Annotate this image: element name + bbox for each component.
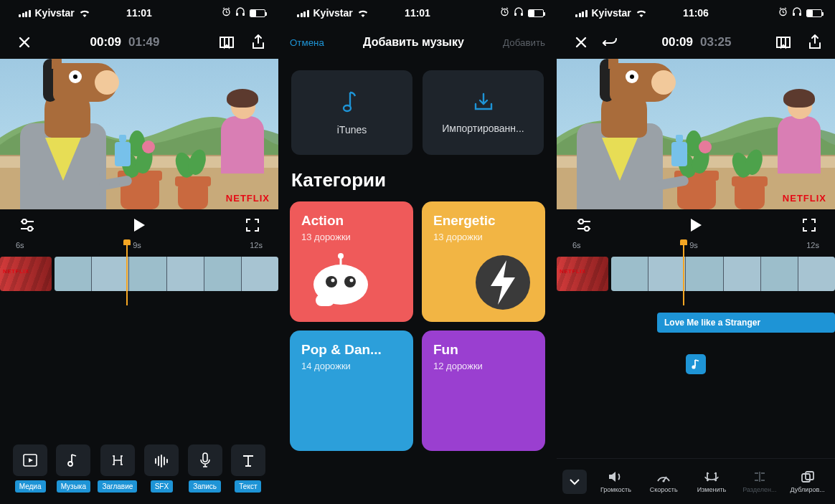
svg-point-26 <box>663 480 665 482</box>
play-controls <box>557 209 835 241</box>
playhead[interactable] <box>683 244 684 305</box>
export-button[interactable] <box>251 34 265 50</box>
cancel-button[interactable]: Отмена <box>290 37 324 48</box>
category-fun[interactable]: Fun 12 дорожки <box>422 331 545 451</box>
svg-rect-21 <box>793 13 795 16</box>
status-time: 11:01 <box>405 7 430 19</box>
bolt-icon <box>471 250 535 315</box>
export-button[interactable] <box>808 34 822 50</box>
ruler-tick: 9s <box>133 241 141 254</box>
current-time: 00:09 <box>90 35 121 49</box>
category-pop[interactable]: Pop & Dan... 14 дорожки <box>290 331 413 451</box>
editor-topbar: 00:09 01:49 <box>0 26 278 59</box>
status-bar: Kyivstar 11:01 <box>0 0 278 26</box>
signal-icon <box>297 9 309 17</box>
ruler-tick: 6s <box>572 241 581 254</box>
add-music-marker[interactable] <box>686 354 706 374</box>
undo-button[interactable] <box>603 36 618 49</box>
bookmark-button[interactable] <box>775 35 792 49</box>
current-time: 00:09 <box>662 35 693 49</box>
signal-icon <box>19 9 31 17</box>
timeline[interactable]: NETFLIX <box>0 257 278 298</box>
alarm-icon <box>500 7 509 19</box>
status-time: 11:01 <box>126 7 152 19</box>
svg-rect-7 <box>203 453 207 462</box>
play-button[interactable] <box>689 218 702 232</box>
modal-title: Добавить музыку <box>363 36 464 49</box>
tool-text[interactable]: Текст <box>230 444 267 493</box>
source-itunes[interactable]: iTunes <box>291 70 412 155</box>
status-bar: Kyivstar 11:06 <box>557 0 835 26</box>
clip-intro[interactable]: NETFLIX <box>557 257 608 291</box>
signal-icon <box>575 9 588 17</box>
fullscreen-icon[interactable] <box>802 218 816 232</box>
tool-sfx[interactable]: SFX <box>143 444 180 493</box>
clip-main[interactable] <box>55 257 278 291</box>
carrier-label: Kyivstar <box>313 7 353 19</box>
svg-point-16 <box>350 279 354 282</box>
category-action[interactable]: Action 13 дорожки <box>290 201 413 322</box>
carrier-label: Kyivstar <box>35 7 75 19</box>
clip-intro[interactable]: NETFLIX <box>0 257 52 291</box>
settings-icon[interactable] <box>575 218 593 232</box>
tool-media[interactable]: Медиа <box>11 444 49 493</box>
playhead[interactable] <box>126 244 128 305</box>
wifi-icon <box>357 9 369 17</box>
settings-icon[interactable] <box>19 218 36 232</box>
status-bar: Kyivstar 11:01 <box>278 0 557 26</box>
netflix-watermark: NETFLIX <box>226 193 270 204</box>
svg-point-23 <box>579 219 583 224</box>
battery-icon <box>806 9 822 17</box>
svg-point-24 <box>585 227 589 231</box>
video-preview[interactable]: NETFLIX <box>0 59 278 209</box>
close-button[interactable] <box>17 35 32 49</box>
audio-clip[interactable]: Love Me like a Stranger <box>657 313 835 333</box>
action-split[interactable]: Разделен... <box>737 470 781 493</box>
headphones-icon <box>514 7 524 19</box>
action-edit[interactable]: Изменить <box>690 470 734 493</box>
timeline[interactable]: NETFLIX <box>557 257 835 298</box>
action-duplicate[interactable]: Дублиров... <box>786 470 829 493</box>
clip-main[interactable] <box>611 257 835 291</box>
svg-point-18 <box>338 253 344 259</box>
clip-action-bar: Громкость Скорость Изменить Разделен... … <box>557 458 835 504</box>
headphones-icon <box>235 7 245 19</box>
modal-nav: Отмена Добавить музыку Добавить <box>278 26 557 59</box>
action-speed[interactable]: Скорость <box>642 470 686 493</box>
battery-icon <box>250 9 265 17</box>
wifi-icon <box>636 9 647 17</box>
categories-header: Категории <box>278 161 557 201</box>
music-note-icon <box>341 90 363 114</box>
tool-title[interactable]: Заглавие <box>98 444 137 493</box>
tool-record[interactable]: Запись <box>187 444 224 493</box>
close-button[interactable] <box>574 35 588 49</box>
ruler-tick: 6s <box>16 241 24 254</box>
music-note-icon <box>691 358 701 370</box>
netflix-watermark: NETFLIX <box>783 193 826 204</box>
category-energetic[interactable]: Energetic 13 дорожки <box>422 201 545 322</box>
tool-music[interactable]: Музыка <box>55 444 92 493</box>
svg-point-13 <box>326 276 337 287</box>
svg-point-14 <box>344 276 356 287</box>
ruler-tick: 12s <box>806 241 819 254</box>
svg-rect-9 <box>514 13 516 16</box>
collapse-button[interactable] <box>562 470 587 494</box>
fullscreen-icon[interactable] <box>245 218 260 232</box>
headphones-icon <box>792 7 802 19</box>
status-time: 11:06 <box>683 7 709 19</box>
carrier-label: Kyivstar <box>592 7 631 19</box>
alarm-icon <box>222 7 231 19</box>
source-row: iTunes Импортированн... <box>278 59 557 161</box>
add-button[interactable]: Добавить <box>503 37 545 48</box>
ruler-tick: 9s <box>689 241 698 254</box>
play-button[interactable] <box>133 218 146 232</box>
svg-rect-1 <box>236 13 238 16</box>
editor-screen-audio: Kyivstar 11:06 00:09 03:25 <box>557 0 835 504</box>
svg-rect-22 <box>799 13 801 16</box>
wifi-icon <box>79 9 90 17</box>
action-volume[interactable]: Громкость <box>594 470 638 493</box>
time-ruler: 6s 9s 12s <box>0 241 278 254</box>
bookmark-button[interactable] <box>218 35 235 49</box>
source-imported[interactable]: Импортированн... <box>423 70 544 155</box>
video-preview[interactable]: NETFLIX <box>557 59 835 209</box>
